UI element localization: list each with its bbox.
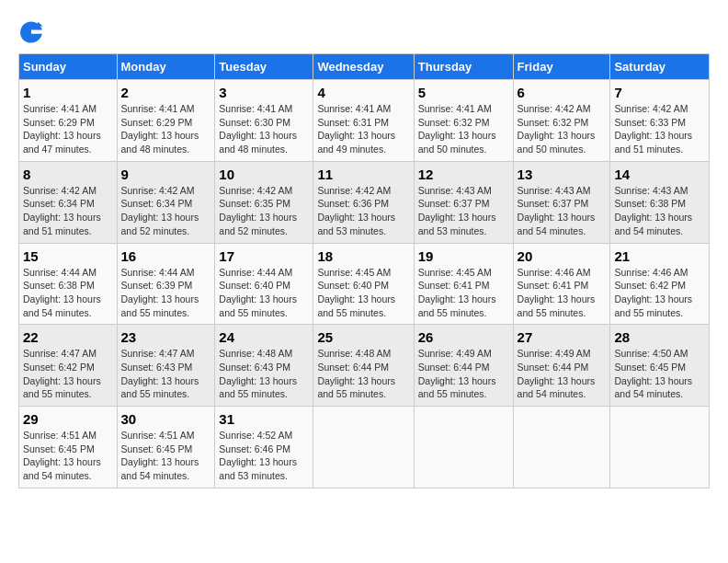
calendar-cell: 18Sunrise: 4:45 AMSunset: 6:40 PMDayligh… bbox=[313, 243, 414, 325]
calendar-cell: 5Sunrise: 4:41 AMSunset: 6:32 PMDaylight… bbox=[414, 80, 513, 162]
day-info: Sunrise: 4:43 AMSunset: 6:37 PMDaylight:… bbox=[518, 184, 607, 238]
day-info: Sunrise: 4:44 AMSunset: 6:38 PMDaylight:… bbox=[23, 266, 113, 320]
day-number: 18 bbox=[317, 248, 409, 264]
day-info: Sunrise: 4:52 AMSunset: 6:46 PMDaylight:… bbox=[219, 429, 309, 483]
header-thursday: Thursday bbox=[414, 54, 513, 80]
day-number: 24 bbox=[219, 329, 309, 345]
day-number: 29 bbox=[23, 411, 113, 427]
logo-icon bbox=[18, 18, 44, 44]
calendar-cell: 28Sunrise: 4:50 AMSunset: 6:45 PMDayligh… bbox=[610, 325, 710, 407]
day-info: Sunrise: 4:44 AMSunset: 6:39 PMDaylight:… bbox=[121, 266, 211, 320]
page-header bbox=[18, 18, 710, 44]
day-number: 28 bbox=[614, 329, 705, 345]
calendar-week-3: 15Sunrise: 4:44 AMSunset: 6:38 PMDayligh… bbox=[19, 243, 710, 325]
header-sunday: Sunday bbox=[19, 54, 118, 80]
day-info: Sunrise: 4:46 AMSunset: 6:42 PMDaylight:… bbox=[614, 266, 705, 320]
calendar-cell: 3Sunrise: 4:41 AMSunset: 6:30 PMDaylight… bbox=[215, 80, 313, 162]
day-number: 10 bbox=[219, 167, 309, 182]
calendar-cell: 31Sunrise: 4:52 AMSunset: 6:46 PMDayligh… bbox=[215, 407, 313, 488]
day-info: Sunrise: 4:50 AMSunset: 6:45 PMDaylight:… bbox=[614, 347, 705, 401]
day-number: 20 bbox=[518, 248, 607, 264]
day-number: 16 bbox=[121, 248, 211, 264]
calendar-week-4: 22Sunrise: 4:47 AMSunset: 6:42 PMDayligh… bbox=[19, 325, 710, 407]
calendar-cell: 29Sunrise: 4:51 AMSunset: 6:45 PMDayligh… bbox=[19, 407, 118, 488]
calendar-cell: 13Sunrise: 4:43 AMSunset: 6:37 PMDayligh… bbox=[513, 161, 610, 243]
day-info: Sunrise: 4:42 AMSunset: 6:36 PMDaylight:… bbox=[317, 184, 409, 238]
header-saturday: Saturday bbox=[610, 54, 710, 80]
header-friday: Friday bbox=[513, 54, 610, 80]
day-info: Sunrise: 4:49 AMSunset: 6:44 PMDaylight:… bbox=[418, 347, 509, 401]
calendar-week-5: 29Sunrise: 4:51 AMSunset: 6:45 PMDayligh… bbox=[19, 407, 710, 488]
calendar-cell: 24Sunrise: 4:48 AMSunset: 6:43 PMDayligh… bbox=[215, 325, 313, 407]
day-number: 31 bbox=[219, 411, 309, 427]
calendar-cell: 27Sunrise: 4:49 AMSunset: 6:44 PMDayligh… bbox=[513, 325, 610, 407]
day-number: 13 bbox=[518, 167, 607, 182]
day-info: Sunrise: 4:44 AMSunset: 6:40 PMDaylight:… bbox=[219, 266, 309, 320]
day-info: Sunrise: 4:42 AMSunset: 6:33 PMDaylight:… bbox=[614, 102, 705, 156]
day-number: 9 bbox=[121, 167, 211, 182]
calendar-cell: 16Sunrise: 4:44 AMSunset: 6:39 PMDayligh… bbox=[117, 243, 215, 325]
calendar-cell: 17Sunrise: 4:44 AMSunset: 6:40 PMDayligh… bbox=[215, 243, 313, 325]
day-number: 27 bbox=[518, 329, 607, 345]
logo bbox=[18, 18, 48, 44]
calendar-cell: 14Sunrise: 4:43 AMSunset: 6:38 PMDayligh… bbox=[610, 161, 710, 243]
calendar-cell bbox=[513, 407, 610, 488]
calendar-cell: 6Sunrise: 4:42 AMSunset: 6:32 PMDaylight… bbox=[513, 80, 610, 162]
calendar-cell: 7Sunrise: 4:42 AMSunset: 6:33 PMDaylight… bbox=[610, 80, 710, 162]
calendar-cell: 1Sunrise: 4:41 AMSunset: 6:29 PMDaylight… bbox=[19, 80, 118, 162]
calendar-cell: 8Sunrise: 4:42 AMSunset: 6:34 PMDaylight… bbox=[19, 161, 118, 243]
day-info: Sunrise: 4:42 AMSunset: 6:35 PMDaylight:… bbox=[219, 184, 309, 238]
day-number: 17 bbox=[219, 248, 309, 264]
day-number: 15 bbox=[23, 248, 113, 264]
calendar-cell: 22Sunrise: 4:47 AMSunset: 6:42 PMDayligh… bbox=[19, 325, 118, 407]
day-info: Sunrise: 4:41 AMSunset: 6:31 PMDaylight:… bbox=[317, 102, 409, 156]
day-info: Sunrise: 4:45 AMSunset: 6:40 PMDaylight:… bbox=[317, 266, 409, 320]
day-number: 26 bbox=[418, 329, 509, 345]
day-info: Sunrise: 4:45 AMSunset: 6:41 PMDaylight:… bbox=[418, 266, 509, 320]
day-number: 23 bbox=[121, 329, 211, 345]
calendar-cell: 11Sunrise: 4:42 AMSunset: 6:36 PMDayligh… bbox=[313, 161, 414, 243]
day-number: 6 bbox=[518, 85, 607, 100]
day-number: 4 bbox=[317, 85, 409, 100]
day-info: Sunrise: 4:42 AMSunset: 6:32 PMDaylight:… bbox=[518, 102, 607, 156]
calendar-cell: 9Sunrise: 4:42 AMSunset: 6:34 PMDaylight… bbox=[117, 161, 215, 243]
day-number: 21 bbox=[614, 248, 705, 264]
day-number: 19 bbox=[418, 248, 509, 264]
calendar-cell: 4Sunrise: 4:41 AMSunset: 6:31 PMDaylight… bbox=[313, 80, 414, 162]
day-number: 5 bbox=[418, 85, 509, 100]
header-monday: Monday bbox=[117, 54, 215, 80]
day-number: 14 bbox=[614, 167, 705, 182]
calendar-header: SundayMondayTuesdayWednesdayThursdayFrid… bbox=[19, 54, 710, 80]
day-info: Sunrise: 4:47 AMSunset: 6:43 PMDaylight:… bbox=[121, 347, 211, 401]
day-info: Sunrise: 4:48 AMSunset: 6:43 PMDaylight:… bbox=[219, 347, 309, 401]
calendar-cell: 23Sunrise: 4:47 AMSunset: 6:43 PMDayligh… bbox=[117, 325, 215, 407]
day-number: 7 bbox=[614, 85, 705, 100]
calendar-table: SundayMondayTuesdayWednesdayThursdayFrid… bbox=[18, 53, 710, 488]
calendar-cell: 30Sunrise: 4:51 AMSunset: 6:45 PMDayligh… bbox=[117, 407, 215, 488]
day-info: Sunrise: 4:51 AMSunset: 6:45 PMDaylight:… bbox=[121, 429, 211, 483]
day-number: 22 bbox=[23, 329, 113, 345]
day-info: Sunrise: 4:43 AMSunset: 6:37 PMDaylight:… bbox=[418, 184, 509, 238]
calendar-cell: 12Sunrise: 4:43 AMSunset: 6:37 PMDayligh… bbox=[414, 161, 513, 243]
calendar-cell bbox=[610, 407, 710, 488]
calendar-cell: 26Sunrise: 4:49 AMSunset: 6:44 PMDayligh… bbox=[414, 325, 513, 407]
calendar-cell bbox=[414, 407, 513, 488]
header-wednesday: Wednesday bbox=[313, 54, 414, 80]
day-number: 8 bbox=[23, 167, 113, 182]
day-info: Sunrise: 4:41 AMSunset: 6:30 PMDaylight:… bbox=[219, 102, 309, 156]
day-info: Sunrise: 4:41 AMSunset: 6:29 PMDaylight:… bbox=[121, 102, 211, 156]
day-info: Sunrise: 4:42 AMSunset: 6:34 PMDaylight:… bbox=[23, 184, 113, 238]
calendar-cell: 15Sunrise: 4:44 AMSunset: 6:38 PMDayligh… bbox=[19, 243, 118, 325]
calendar-cell: 2Sunrise: 4:41 AMSunset: 6:29 PMDaylight… bbox=[117, 80, 215, 162]
day-info: Sunrise: 4:46 AMSunset: 6:41 PMDaylight:… bbox=[518, 266, 607, 320]
day-number: 25 bbox=[317, 329, 409, 345]
day-number: 12 bbox=[418, 167, 509, 182]
calendar-body: 1Sunrise: 4:41 AMSunset: 6:29 PMDaylight… bbox=[19, 80, 710, 488]
calendar-cell: 10Sunrise: 4:42 AMSunset: 6:35 PMDayligh… bbox=[215, 161, 313, 243]
header-tuesday: Tuesday bbox=[215, 54, 313, 80]
calendar-cell bbox=[313, 407, 414, 488]
day-number: 2 bbox=[121, 85, 211, 100]
day-info: Sunrise: 4:42 AMSunset: 6:34 PMDaylight:… bbox=[121, 184, 211, 238]
day-info: Sunrise: 4:47 AMSunset: 6:42 PMDaylight:… bbox=[23, 347, 113, 401]
day-info: Sunrise: 4:51 AMSunset: 6:45 PMDaylight:… bbox=[23, 429, 113, 483]
